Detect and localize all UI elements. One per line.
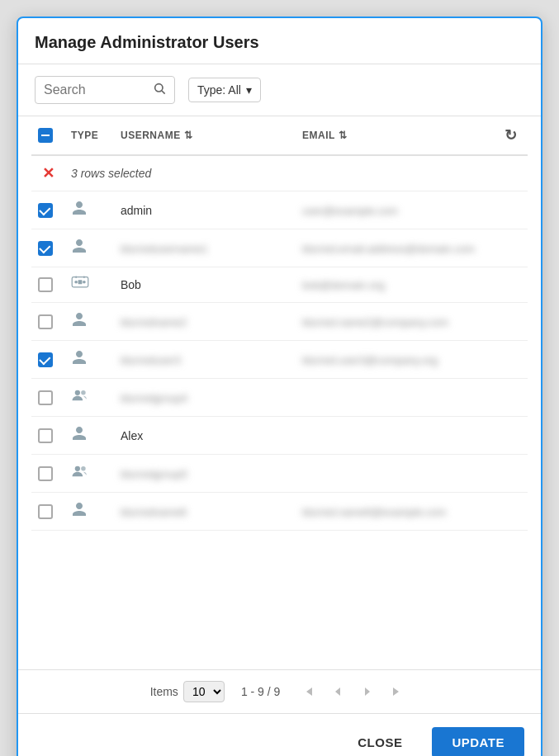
email-value: blurred.name6@example.com: [302, 506, 446, 518]
next-page-button[interactable]: [356, 680, 379, 703]
pagination-bar: Items 10 25 50 1 - 9 / 9: [18, 669, 541, 713]
row-checkbox-cell[interactable]: [31, 379, 64, 417]
table-row: blurredusername1 blurred.email.address@d…: [31, 229, 528, 267]
row-action-cell: [495, 417, 528, 455]
search-input[interactable]: [44, 83, 148, 97]
x-cell[interactable]: ✕: [31, 155, 64, 191]
row-action-cell: [495, 493, 528, 531]
row-checkbox-cell[interactable]: [31, 341, 64, 379]
row-type-cell: [64, 417, 114, 455]
search-icon: [153, 82, 166, 98]
row-username-cell: admin: [114, 191, 296, 229]
row-type-cell: [64, 303, 114, 341]
row-email-cell: [296, 417, 495, 455]
row-checkbox-cell[interactable]: [31, 267, 64, 303]
row-checkbox-cell[interactable]: [31, 493, 64, 531]
row-checkbox[interactable]: [38, 277, 53, 292]
row-checkbox-cell[interactable]: [31, 191, 64, 229]
table-body: ✕ 3 rows selected: [31, 155, 528, 531]
row-checkbox[interactable]: [38, 203, 53, 218]
row-email-cell: [296, 379, 495, 417]
row-email-cell: blurred.name2@company.com: [296, 303, 495, 341]
row-type-cell: [64, 379, 114, 417]
row-checkbox[interactable]: [38, 241, 53, 256]
username-sort[interactable]: USERNAME ⇅: [121, 130, 192, 141]
email-value: blurred.email.address@domain.com: [302, 243, 475, 255]
row-checkbox-cell[interactable]: [31, 455, 64, 493]
table-row: blurredgroup4: [31, 379, 528, 417]
user-type-icon: [71, 313, 88, 331]
row-checkbox-cell[interactable]: [31, 303, 64, 341]
svg-point-8: [75, 390, 80, 395]
first-page-button[interactable]: [296, 680, 320, 703]
row-type-cell: [64, 455, 114, 493]
row-checkbox[interactable]: [38, 314, 53, 329]
table-row: blurredname2 blurred.name2@company.com: [31, 303, 528, 341]
deselect-all-icon[interactable]: ✕: [38, 164, 58, 182]
manage-admin-users-modal: Manage Administrator Users Type: All ▾: [17, 17, 542, 756]
svg-point-4: [83, 281, 86, 284]
group-type-icon: [71, 390, 89, 407]
row-username-cell: Alex: [114, 417, 296, 455]
row-checkbox-cell[interactable]: [31, 417, 64, 455]
row-checkbox[interactable]: [38, 466, 53, 481]
table-row: admin user@example.com: [31, 191, 528, 229]
row-action-cell: [495, 267, 528, 303]
update-button[interactable]: UPDATE: [432, 727, 524, 756]
toolbar: Type: All ▾: [18, 64, 541, 116]
row-type-cell: [64, 493, 114, 531]
type-filter-dropdown[interactable]: Type: All ▾: [188, 78, 261, 102]
svg-point-10: [75, 466, 80, 471]
row-type-cell: [64, 341, 114, 379]
username-value: Alex: [121, 429, 143, 442]
chevron-down-icon: ▾: [246, 83, 252, 97]
username-value: blurredname2: [121, 316, 187, 328]
row-email-cell: blurred.user3@company.org: [296, 341, 495, 379]
row-email-cell: bob@domain.org: [296, 267, 495, 303]
username-value: blurredname6: [121, 506, 187, 518]
svg-point-11: [81, 466, 86, 471]
modal-footer: CLOSE UPDATE: [18, 713, 541, 756]
row-action-cell: [495, 191, 528, 229]
row-checkbox[interactable]: [38, 504, 53, 519]
svg-point-3: [74, 281, 78, 284]
items-per-page: Items 10 25 50: [150, 681, 225, 702]
table-row: blurredgroup5: [31, 455, 528, 493]
last-page-button[interactable]: [386, 680, 409, 703]
user-type-icon: [71, 201, 88, 220]
email-value: bob@domain.org: [302, 279, 385, 291]
row-email-cell: [296, 455, 495, 493]
email-value: blurred.user3@company.org: [302, 354, 438, 366]
username-column-header[interactable]: USERNAME ⇅: [114, 116, 296, 155]
search-box[interactable]: [35, 76, 175, 104]
row-email-cell: blurred.name6@example.com: [296, 493, 495, 531]
refresh-icon[interactable]: ↻: [505, 127, 518, 144]
row-action-cell: [495, 229, 528, 267]
row-checkbox[interactable]: [38, 428, 53, 443]
items-per-page-select[interactable]: 10 25 50: [183, 681, 225, 702]
select-all-header[interactable]: [31, 116, 64, 155]
row-type-cell: [64, 229, 114, 267]
user-type-icon: [71, 427, 88, 445]
username-value: blurredusername1: [121, 243, 208, 255]
table-row: blurredname6 blurred.name6@example.com: [31, 493, 528, 531]
type-filter-label: Type: All: [197, 83, 241, 97]
row-checkbox[interactable]: [38, 352, 53, 367]
email-value: blurred.name2@company.com: [302, 316, 448, 328]
select-all-checkbox[interactable]: [38, 128, 53, 143]
email-sort[interactable]: EMAIL ⇅: [302, 130, 347, 141]
row-username-cell: blurredusername1: [114, 229, 296, 267]
email-column-header[interactable]: EMAIL ⇅: [296, 116, 495, 155]
close-button[interactable]: CLOSE: [338, 727, 422, 756]
row-checkbox[interactable]: [38, 390, 53, 405]
svg-point-0: [155, 84, 163, 92]
row-action-cell: [495, 455, 528, 493]
username-value: blurreduser3: [121, 354, 181, 366]
row-username-cell: blurreduser3: [114, 341, 296, 379]
refresh-header[interactable]: ↻: [495, 116, 528, 155]
email-sort-icon: ⇅: [339, 130, 348, 141]
selection-count-cell: 3 rows selected: [64, 155, 528, 191]
prev-page-button[interactable]: [326, 680, 349, 703]
users-table-container: TYPE USERNAME ⇅ EMAIL ⇅: [18, 116, 541, 669]
row-checkbox-cell[interactable]: [31, 229, 64, 267]
